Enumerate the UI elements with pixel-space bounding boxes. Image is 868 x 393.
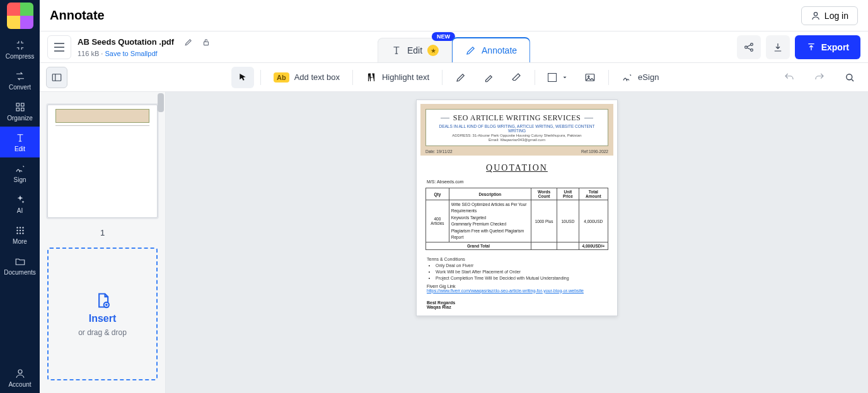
terms-section: Terms & Conditions Only Deal on Fiverr W… [420,256,613,281]
company-email: Email: Waqasriaz043@gmail.com [431,138,603,142]
redo-button[interactable] [807,67,831,88]
rail-label: Sign [13,176,26,183]
document-page: SEO ARTICLE WRITING SERVICES DEALS IN AL… [416,100,618,316]
doc-ref: Ref:1090-2022 [581,149,608,154]
page-number: 1 [47,228,158,237]
rename-button[interactable] [182,35,195,49]
svg-point-13 [18,370,22,373]
svg-point-11 [19,232,20,234]
file-header: AB Seeds Quotation .pdf 116 kB · Save to… [40,31,868,63]
insert-page-dropzone[interactable]: Insert or drag & drop [47,248,158,380]
pencil-icon [465,45,477,56]
star-icon: ★ [427,45,439,56]
convert-icon [14,70,26,83]
rail-convert[interactable]: Convert [0,65,40,96]
svg-point-5 [19,227,20,228]
svg-rect-2 [16,108,20,111]
share-button[interactable] [737,35,761,59]
rail-documents[interactable]: Documents [0,250,40,281]
doc-title: QUOTATION [420,163,613,173]
rail-sign[interactable]: Sign [0,157,40,188]
organize-icon [14,101,26,113]
header-actions: Export [737,35,860,59]
grand-total-row: Grand Total 4,000USD/= [426,242,608,250]
rail-more[interactable]: More [0,219,40,250]
save-link[interactable]: Save to Smallpdf [105,50,157,57]
scrollbar-thumb[interactable] [158,93,164,112]
rail-account[interactable]: Account [0,362,40,393]
insert-subtitle: or drag & drop [78,328,127,337]
download-button[interactable] [766,35,790,59]
square-icon [548,73,557,82]
marker-tool[interactable] [477,67,501,88]
cursor-icon [238,72,248,83]
rail-compress[interactable]: Compress [0,34,40,65]
gig-link[interactable]: https://www.fiverr.com/waaqasriaz/do-seo… [427,288,584,293]
letterhead: SEO ARTICLE WRITING SERVICES DEALS IN AL… [425,109,608,146]
new-badge: NEW [432,32,455,41]
file-size: 116 kB [78,50,99,57]
signature-icon [622,72,633,83]
rail-organize[interactable]: Organize [0,96,40,127]
image-icon [584,72,596,83]
tab-edit[interactable]: Edit ★ NEW [378,38,452,62]
app-logo[interactable] [7,3,33,29]
svg-rect-0 [16,103,20,106]
tool-label: eSign [638,72,659,82]
add-text-tool[interactable]: AbAdd text box [267,67,346,88]
company-name: SEO ARTICLE WRITING SERVICES [431,113,603,123]
pen-tool[interactable] [449,67,473,88]
rail-label: AI [17,207,23,214]
svg-point-21 [588,76,589,77]
main-area: Annotate Log in AB Seeds Quotation .pdf … [40,0,868,393]
svg-rect-15 [204,42,209,45]
edit-text-icon [391,45,402,56]
user-icon [14,367,26,380]
rail-label: Documents [4,269,36,276]
esign-tool[interactable]: eSign [615,67,665,88]
export-button[interactable]: Export [795,35,860,59]
undo-button[interactable] [777,67,801,88]
rail-edit[interactable]: Edit [0,127,40,157]
tool-label: Highlight text [382,72,429,82]
pencil-icon [184,38,193,47]
tab-annotate[interactable]: Annotate [452,37,530,62]
user-icon [811,11,821,21]
highlight-tool[interactable]: Highlight text [359,67,436,88]
image-tool[interactable] [578,67,602,88]
svg-rect-1 [21,103,24,106]
svg-point-7 [16,230,18,231]
login-button[interactable]: Log in [801,6,858,25]
rail-ai[interactable]: AI [0,188,40,219]
shape-tool[interactable] [541,67,574,88]
svg-point-12 [22,232,23,234]
rail-label: Organize [7,115,33,122]
tool-label: Add text box [294,72,340,82]
file-add-icon [94,292,112,309]
document-canvas[interactable]: SEO ARTICLE WRITING SERVICES DEALS IN AL… [166,92,868,393]
share-icon [743,42,755,53]
table-header-row: Qty Description Words Count Unit Price T… [426,188,608,200]
grid-icon [14,224,26,237]
eraser-icon [511,72,522,83]
svg-point-22 [847,74,852,79]
select-tool[interactable] [231,67,254,88]
download-icon [772,42,784,53]
highlight-icon [366,72,377,83]
left-rail: Compress Convert Organize Edit Sign AI M… [0,0,40,393]
lock-button[interactable] [199,35,213,49]
panel-toggle-button[interactable] [46,67,67,88]
rail-label: Compress [6,53,35,60]
page-thumbnail[interactable] [47,105,158,218]
company-address: ADDRESS: 31-Abuzar Park Opposite Housing… [431,134,603,137]
eraser-tool[interactable] [504,67,528,88]
lock-open-icon [202,38,211,47]
svg-point-9 [22,230,23,231]
gig-link-section: Fiverr Gig Link https://www.fiverr.com/w… [420,282,613,295]
search-button[interactable] [838,67,862,88]
search-icon [844,72,855,83]
menu-button[interactable] [47,35,71,59]
top-header: Annotate Log in [40,0,868,31]
insert-title: Insert [89,313,117,324]
pen-icon [455,72,466,83]
